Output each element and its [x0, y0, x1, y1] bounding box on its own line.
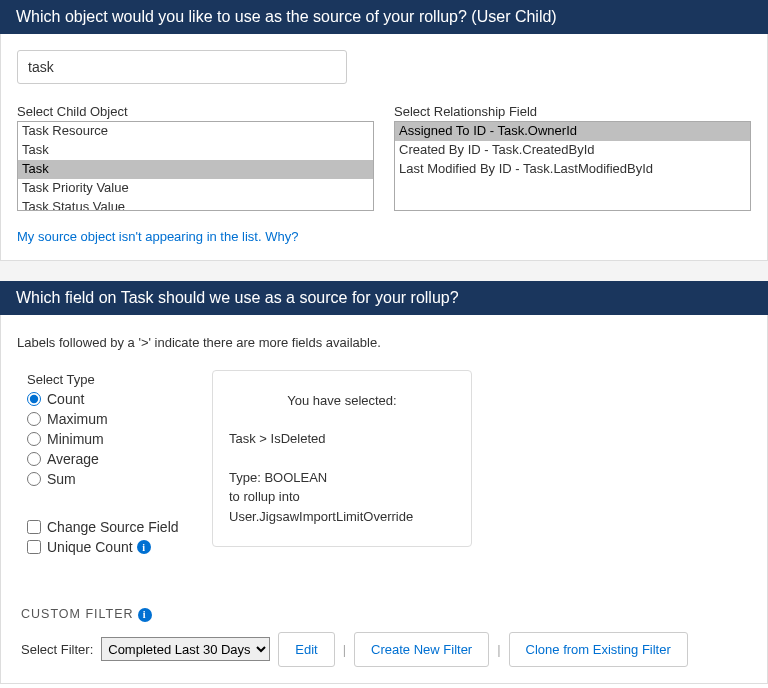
list-item[interactable]: Task: [18, 160, 373, 179]
list-item[interactable]: Task Resource: [18, 122, 373, 141]
preview-type: Type: BOOLEAN: [229, 468, 455, 488]
preview-target: User.JigsawImportLimitOverride: [229, 507, 455, 527]
checkbox-label: Unique Count: [47, 539, 133, 555]
preview-path: Task > IsDeleted: [229, 429, 455, 449]
filter-select[interactable]: Completed Last 30 Days: [101, 637, 270, 661]
separator: |: [497, 642, 500, 657]
radio-label: Sum: [47, 471, 76, 487]
list-item[interactable]: Last Modified By ID - Task.LastModifiedB…: [395, 160, 750, 179]
custom-filter-title: CUSTOM FILTERi: [21, 607, 751, 622]
clone-filter-button[interactable]: Clone from Existing Filter: [509, 632, 688, 667]
list-item[interactable]: Task Status Value: [18, 198, 373, 211]
info-icon[interactable]: i: [137, 540, 151, 554]
radio-maximum[interactable]: Maximum: [27, 409, 192, 429]
relationship-listbox[interactable]: Assigned To ID - Task.OwnerId Created By…: [394, 121, 751, 211]
radio-minimum[interactable]: Minimum: [27, 429, 192, 449]
child-object-listbox[interactable]: Task Resource Task Task Task Priority Va…: [17, 121, 374, 211]
preview-rollup: to rollup into: [229, 487, 455, 507]
checkbox-label: Change Source Field: [47, 519, 179, 535]
section2-header: Which field on Task should we use as a s…: [0, 281, 768, 315]
selection-preview: You have selected: Task > IsDeleted Type…: [212, 370, 472, 547]
radio-label: Minimum: [47, 431, 104, 447]
section2-subtext: Labels followed by a '>' indicate there …: [17, 335, 751, 350]
radio-label: Maximum: [47, 411, 108, 427]
separator: |: [343, 642, 346, 657]
help-link[interactable]: My source object isn't appearing in the …: [17, 229, 298, 244]
checkbox-unique-count[interactable]: Unique Counti: [27, 537, 192, 557]
list-item[interactable]: Task Priority Value: [18, 179, 373, 198]
relationship-field-label: Select Relationship Field: [394, 104, 751, 119]
edit-button[interactable]: Edit: [278, 632, 334, 667]
select-filter-label: Select Filter:: [21, 642, 93, 657]
list-item[interactable]: Created By ID - Task.CreatedById: [395, 141, 750, 160]
radio-sum[interactable]: Sum: [27, 469, 192, 489]
child-object-label: Select Child Object: [17, 104, 374, 119]
radio-average[interactable]: Average: [27, 449, 192, 469]
search-input[interactable]: [17, 50, 347, 84]
section2-body: Labels followed by a '>' indicate there …: [0, 315, 768, 684]
radio-count[interactable]: Count: [27, 389, 192, 409]
select-type-label: Select Type: [27, 372, 192, 387]
create-filter-button[interactable]: Create New Filter: [354, 632, 489, 667]
preview-title: You have selected:: [229, 391, 455, 411]
list-item[interactable]: Assigned To ID - Task.OwnerId: [395, 122, 750, 141]
checkbox-change-source[interactable]: Change Source Field: [27, 517, 192, 537]
info-icon[interactable]: i: [138, 608, 152, 622]
section1-header: Which object would you like to use as th…: [0, 0, 768, 34]
radio-label: Average: [47, 451, 99, 467]
list-item[interactable]: Task: [18, 141, 373, 160]
radio-label: Count: [47, 391, 84, 407]
section1-body: Select Child Object Task Resource Task T…: [0, 34, 768, 261]
